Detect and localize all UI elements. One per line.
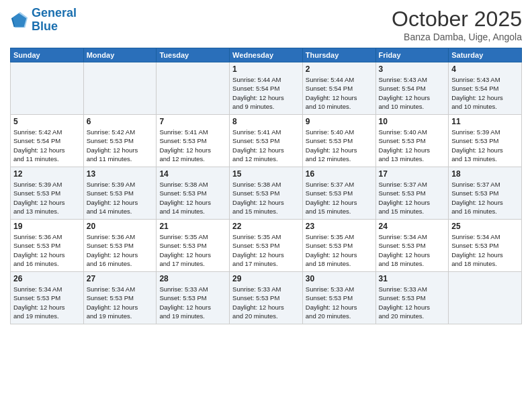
cell-line: Sunset: 5:53 PM <box>13 242 60 249</box>
cell-line: and 17 minutes. <box>159 260 205 267</box>
cell-line: Sunrise: 5:40 AM <box>379 128 427 136</box>
cell-line: Sunset: 5:53 PM <box>379 242 426 249</box>
calendar-table: Sunday Monday Tuesday Wednesday Thursday… <box>10 48 522 324</box>
cell-line: Sunrise: 5:44 AM <box>306 76 354 83</box>
cell-line: Daylight: 12 hours <box>232 251 284 259</box>
cell-line: Daylight: 12 hours <box>159 199 211 206</box>
cell-line: Sunrise: 5:40 AM <box>306 128 354 136</box>
cell-line: and 19 minutes. <box>87 312 132 320</box>
cell-line: Sunset: 5:53 PM <box>159 137 206 144</box>
day-number: 6 <box>87 117 154 126</box>
cell-text: Sunrise: 5:33 AMSunset: 5:53 PMDaylight:… <box>232 285 300 320</box>
day-number: 22 <box>232 222 300 231</box>
cell-line: Sunrise: 5:41 AM <box>159 128 208 136</box>
cell-line: and 14 minutes. <box>87 208 132 215</box>
calendar-cell: 17Sunrise: 5:37 AMSunset: 5:53 PMDayligh… <box>375 167 449 220</box>
cell-line: and 11 minutes. <box>13 155 59 163</box>
day-number: 1 <box>232 64 300 74</box>
calendar-cell: 14Sunrise: 5:38 AMSunset: 5:53 PMDayligh… <box>157 167 230 220</box>
cell-line: Daylight: 12 hours <box>451 94 503 101</box>
cell-line: Sunrise: 5:36 AM <box>87 233 135 240</box>
cell-text: Sunrise: 5:37 AMSunset: 5:53 PMDaylight:… <box>379 180 446 216</box>
day-number: 13 <box>87 169 154 179</box>
cell-line: Daylight: 12 hours <box>87 304 138 311</box>
day-number: 10 <box>379 117 446 126</box>
cell-text: Sunrise: 5:35 AMSunset: 5:53 PMDaylight:… <box>232 232 300 268</box>
calendar-cell: 6Sunrise: 5:42 AMSunset: 5:53 PMDaylight… <box>83 115 157 167</box>
cell-text: Sunrise: 5:35 AMSunset: 5:53 PMDaylight:… <box>306 232 373 268</box>
header: General Blue October 2025 Banza Damba, U… <box>10 7 522 42</box>
calendar-cell: 2Sunrise: 5:44 AMSunset: 5:54 PMDaylight… <box>302 62 375 115</box>
calendar-cell: 9Sunrise: 5:40 AMSunset: 5:53 PMDaylight… <box>302 115 375 167</box>
calendar-cell: 4Sunrise: 5:43 AMSunset: 5:54 PMDaylight… <box>449 62 522 115</box>
month-title: October 2025 <box>392 7 522 32</box>
header-wednesday: Wednesday <box>230 48 303 62</box>
cell-line: and 13 minutes. <box>451 155 497 163</box>
cell-line: Sunset: 5:53 PM <box>87 242 134 249</box>
cell-line: Daylight: 12 hours <box>306 146 357 154</box>
calendar-cell: 23Sunrise: 5:35 AMSunset: 5:53 PMDayligh… <box>302 220 375 272</box>
cell-text: Sunrise: 5:43 AMSunset: 5:54 PMDaylight:… <box>451 75 519 111</box>
calendar-week-2: 5Sunrise: 5:42 AMSunset: 5:54 PMDaylight… <box>11 115 522 167</box>
cell-line: and 19 minutes. <box>13 312 59 320</box>
cell-line: Sunset: 5:53 PM <box>451 189 498 197</box>
calendar-cell: 3Sunrise: 5:43 AMSunset: 5:54 PMDaylight… <box>375 62 449 115</box>
cell-line: Daylight: 12 hours <box>159 251 211 259</box>
calendar-cell: 24Sunrise: 5:34 AMSunset: 5:53 PMDayligh… <box>375 220 449 272</box>
cell-line: and 18 minutes. <box>306 260 351 267</box>
calendar-cell <box>157 62 230 115</box>
cell-text: Sunrise: 5:38 AMSunset: 5:53 PMDaylight:… <box>159 180 226 216</box>
cell-line: and 10 minutes. <box>451 103 497 110</box>
cell-line: Daylight: 12 hours <box>451 251 503 259</box>
cell-text: Sunrise: 5:42 AMSunset: 5:53 PMDaylight:… <box>87 128 154 163</box>
calendar-cell: 21Sunrise: 5:35 AMSunset: 5:53 PMDayligh… <box>157 220 230 272</box>
cell-line: Sunset: 5:53 PM <box>232 242 279 249</box>
header-saturday: Saturday <box>449 48 522 62</box>
calendar-cell: 25Sunrise: 5:34 AMSunset: 5:53 PMDayligh… <box>449 220 522 272</box>
cell-line: and 9 minutes. <box>232 103 274 110</box>
day-number: 21 <box>159 222 226 231</box>
calendar-cell <box>11 62 84 115</box>
cell-line: Sunset: 5:53 PM <box>232 294 279 302</box>
day-number: 12 <box>13 169 81 179</box>
day-number: 5 <box>13 117 81 126</box>
cell-line: and 20 minutes. <box>306 312 351 320</box>
cell-line: Sunrise: 5:33 AM <box>232 285 281 293</box>
cell-text: Sunrise: 5:35 AMSunset: 5:53 PMDaylight:… <box>159 232 226 268</box>
logo-text: General Blue <box>32 7 77 34</box>
cell-line: and 19 minutes. <box>159 312 205 320</box>
cell-line: Sunrise: 5:42 AM <box>13 128 62 136</box>
cell-line: Sunset: 5:54 PM <box>306 85 353 92</box>
cell-text: Sunrise: 5:40 AMSunset: 5:53 PMDaylight:… <box>306 128 373 163</box>
calendar-week-5: 26Sunrise: 5:34 AMSunset: 5:53 PMDayligh… <box>11 272 522 324</box>
cell-line: Daylight: 12 hours <box>379 304 431 311</box>
cell-line: Sunrise: 5:37 AM <box>451 181 500 188</box>
cell-line: and 11 minutes. <box>87 155 132 163</box>
cell-text: Sunrise: 5:44 AMSunset: 5:54 PMDaylight:… <box>306 75 373 111</box>
cell-line: Sunrise: 5:39 AM <box>451 128 500 136</box>
day-number: 14 <box>159 169 226 179</box>
cell-line: Daylight: 12 hours <box>379 251 431 259</box>
cell-line: Sunset: 5:53 PM <box>306 189 353 197</box>
cell-line: Sunrise: 5:41 AM <box>232 128 281 136</box>
cell-line: Sunset: 5:53 PM <box>451 137 498 144</box>
cell-line: and 12 minutes. <box>232 155 278 163</box>
day-number: 9 <box>306 117 373 126</box>
day-number: 25 <box>451 222 519 231</box>
day-number: 4 <box>451 64 519 74</box>
cell-line: and 10 minutes. <box>306 103 351 110</box>
cell-line: Sunrise: 5:38 AM <box>232 181 281 188</box>
cell-line: and 15 minutes. <box>232 208 278 215</box>
calendar-week-3: 12Sunrise: 5:39 AMSunset: 5:53 PMDayligh… <box>11 167 522 220</box>
calendar-cell: 1Sunrise: 5:44 AMSunset: 5:54 PMDaylight… <box>230 62 303 115</box>
cell-line: Sunset: 5:53 PM <box>379 137 426 144</box>
cell-text: Sunrise: 5:39 AMSunset: 5:53 PMDaylight:… <box>13 180 81 216</box>
cell-line: Daylight: 12 hours <box>451 146 503 154</box>
calendar-cell: 28Sunrise: 5:33 AMSunset: 5:53 PMDayligh… <box>157 272 230 324</box>
day-number: 28 <box>159 274 226 283</box>
day-number: 29 <box>232 274 300 283</box>
cell-line: and 20 minutes. <box>379 312 425 320</box>
cell-line: Sunrise: 5:39 AM <box>13 181 62 188</box>
cell-line: and 15 minutes. <box>306 208 351 215</box>
cell-text: Sunrise: 5:34 AMSunset: 5:53 PMDaylight:… <box>451 232 519 268</box>
